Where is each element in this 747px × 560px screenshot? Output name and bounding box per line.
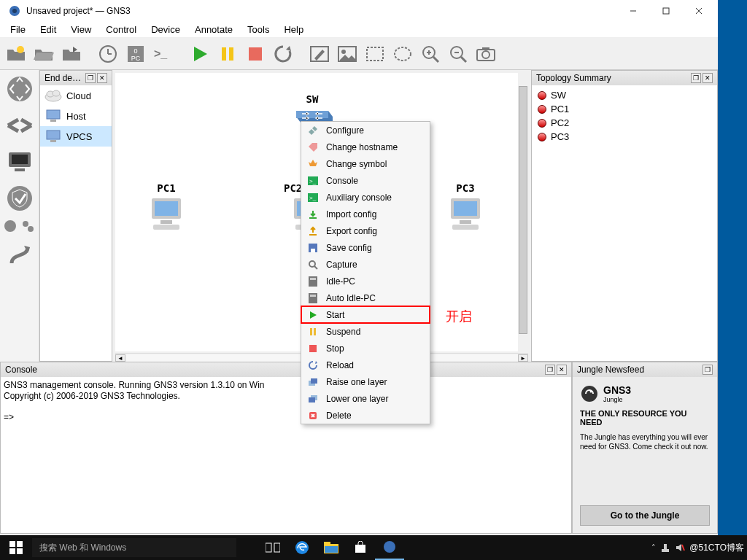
ctx-change-hostname[interactable]: Change hostname bbox=[301, 139, 430, 155]
explorer-icon[interactable] bbox=[317, 535, 346, 560]
ctx-lower-layer[interactable]: Lower one layer bbox=[301, 390, 430, 407]
node-pc3[interactable]: PC3 bbox=[436, 182, 495, 233]
ctx-aux-console[interactable]: >_Auxiliary console bbox=[301, 189, 430, 206]
play-all-icon[interactable] bbox=[187, 41, 213, 67]
lower-icon bbox=[307, 393, 319, 405]
security-category-icon[interactable] bbox=[4, 182, 36, 214]
menu-control[interactable]: Control bbox=[100, 23, 142, 36]
new-project-icon[interactable] bbox=[3, 41, 29, 67]
ctx-stop[interactable]: Stop bbox=[301, 340, 430, 357]
ctx-save-config[interactable]: Save config bbox=[301, 239, 430, 256]
node-pc1[interactable]: PC1 bbox=[137, 182, 196, 233]
network-tray-icon[interactable] bbox=[660, 542, 670, 553]
svg-rect-14 bbox=[222, 47, 226, 61]
console-output[interactable]: GNS3 management console. Running GNS3 ve… bbox=[1, 377, 571, 533]
device-template-vpcs[interactable]: VPCS bbox=[40, 126, 112, 147]
svg-rect-85 bbox=[266, 543, 271, 552]
open-project-icon[interactable] bbox=[31, 41, 57, 67]
maximize-button[interactable] bbox=[649, 0, 682, 22]
menu-view[interactable]: View bbox=[65, 23, 97, 36]
svg-point-42 bbox=[53, 90, 60, 96]
panel-close-icon[interactable]: ✕ bbox=[557, 365, 567, 375]
ctx-delete[interactable]: Delete bbox=[301, 407, 430, 424]
all-devices-icon[interactable] bbox=[3, 219, 19, 235]
svg-rect-43 bbox=[47, 110, 60, 119]
calc-icon bbox=[307, 292, 319, 304]
screenshot-icon[interactable] bbox=[473, 41, 499, 67]
ctx-raise-layer[interactable]: Raise one layer bbox=[301, 373, 430, 390]
topology-item-sw[interactable]: SW bbox=[535, 88, 714, 102]
panel-undock-icon[interactable]: ❐ bbox=[703, 365, 713, 375]
ctx-change-symbol[interactable]: Change symbol bbox=[301, 155, 430, 172]
panel-undock-icon[interactable]: ❐ bbox=[691, 73, 701, 83]
close-button[interactable] bbox=[682, 0, 715, 22]
minimize-button[interactable] bbox=[616, 0, 649, 22]
panel-close-icon[interactable]: ✕ bbox=[97, 73, 107, 83]
ctx-console[interactable]: >_Console bbox=[301, 172, 430, 189]
magnify-icon bbox=[307, 259, 319, 271]
menu-device[interactable]: Device bbox=[145, 23, 186, 36]
vpcs-tool-icon[interactable]: 0PC bbox=[123, 41, 149, 67]
ctx-idle-pc[interactable]: Idle-PC bbox=[301, 273, 430, 289]
store-icon[interactable] bbox=[346, 535, 375, 560]
panel-undock-icon[interactable]: ❐ bbox=[545, 365, 555, 375]
play-icon bbox=[307, 309, 319, 321]
ctx-suspend[interactable]: Suspend bbox=[301, 323, 430, 340]
menu-file[interactable]: File bbox=[4, 23, 31, 36]
panel-close-icon[interactable]: ✕ bbox=[703, 73, 713, 83]
volume-tray-icon[interactable] bbox=[675, 542, 685, 553]
routers-category-icon[interactable] bbox=[4, 73, 36, 105]
menu-annotate[interactable]: Annotate bbox=[189, 23, 239, 36]
draw-rect-icon[interactable] bbox=[362, 41, 388, 67]
ctx-reload[interactable]: Reload bbox=[301, 357, 430, 373]
svg-rect-77 bbox=[311, 378, 317, 384]
task-view-icon[interactable] bbox=[258, 535, 287, 560]
ctx-configure[interactable]: Configure bbox=[301, 122, 430, 139]
svg-rect-49 bbox=[160, 220, 172, 224]
console-tool-icon[interactable]: >_ bbox=[150, 41, 177, 67]
svg-rect-20 bbox=[367, 47, 383, 61]
menu-edit[interactable]: Edit bbox=[34, 23, 62, 36]
start-button[interactable] bbox=[0, 535, 32, 560]
save-project-icon[interactable] bbox=[58, 41, 85, 67]
ctx-auto-idle-pc[interactable]: Auto Idle-PC bbox=[301, 289, 430, 306]
add-link-icon[interactable] bbox=[4, 239, 36, 271]
pause-all-icon[interactable] bbox=[214, 41, 241, 67]
tray-chevron-icon[interactable]: ˄ bbox=[651, 543, 656, 553]
go-to-jungle-button[interactable]: Go to the Jungle bbox=[580, 505, 710, 526]
windows-taskbar: 搜索 Web 和 Windows ˄ @51CTO博客 bbox=[0, 535, 747, 560]
insert-image-icon[interactable] bbox=[334, 41, 360, 67]
ctx-import-config[interactable]: Import config bbox=[301, 206, 430, 222]
topology-item-pc2[interactable]: PC2 bbox=[535, 116, 714, 130]
svg-point-67 bbox=[309, 261, 315, 267]
add-link-small-icon[interactable] bbox=[20, 219, 36, 235]
ctx-export-config[interactable]: Export config bbox=[301, 222, 430, 239]
zoom-in-icon[interactable] bbox=[417, 41, 444, 67]
annotate-text-icon[interactable] bbox=[306, 41, 333, 67]
enddevices-category-icon[interactable] bbox=[4, 146, 36, 178]
draw-ellipse-icon[interactable] bbox=[390, 41, 416, 67]
gns3-app-icon bbox=[9, 5, 20, 17]
clock-icon[interactable] bbox=[95, 41, 121, 67]
zoom-out-icon[interactable] bbox=[445, 41, 471, 67]
topology-item-pc1[interactable]: PC1 bbox=[535, 102, 714, 116]
device-template-host[interactable]: Host bbox=[40, 106, 112, 126]
canvas-vscroll[interactable] bbox=[518, 73, 528, 351]
switches-category-icon[interactable] bbox=[4, 109, 36, 141]
stop-all-icon[interactable] bbox=[242, 41, 268, 67]
menu-tools[interactable]: Tools bbox=[241, 23, 275, 36]
gns3-taskbar-icon[interactable] bbox=[375, 535, 404, 560]
device-template-cloud[interactable]: Cloud bbox=[40, 85, 112, 106]
menu-help[interactable]: Help bbox=[278, 23, 309, 36]
svg-text:PC: PC bbox=[131, 55, 141, 62]
terminal-icon: >_ bbox=[307, 192, 319, 203]
panel-undock-icon[interactable]: ❐ bbox=[85, 73, 96, 83]
edge-icon[interactable] bbox=[287, 535, 317, 560]
system-tray[interactable]: ˄ @51CTO博客 bbox=[651, 542, 747, 554]
topology-item-pc3[interactable]: PC3 bbox=[535, 130, 714, 144]
svg-line-95 bbox=[682, 545, 684, 551]
ctx-start[interactable]: Start bbox=[301, 306, 430, 323]
taskbar-search[interactable]: 搜索 Web 和 Windows bbox=[32, 538, 236, 557]
ctx-capture[interactable]: Capture bbox=[301, 256, 430, 273]
reload-all-icon[interactable] bbox=[270, 41, 296, 67]
